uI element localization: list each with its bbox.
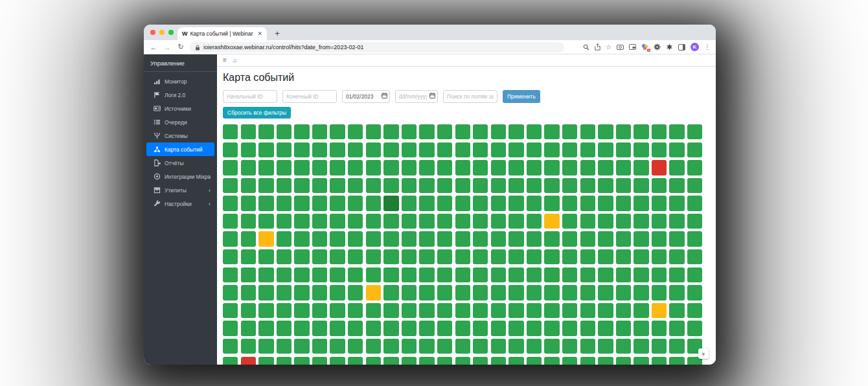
event-cell[interactable] [669,321,684,335]
sidebar-item-systems[interactable]: Системы [146,129,214,142]
event-cell[interactable] [669,124,684,139]
event-cell[interactable] [312,142,327,157]
event-cell[interactable] [634,357,648,365]
event-cell[interactable] [598,231,613,246]
event-cell[interactable] [562,357,577,365]
event-cell[interactable] [294,303,309,318]
event-cell[interactable] [544,321,559,335]
event-cell[interactable] [241,267,256,282]
event-cell[interactable] [580,339,595,354]
event-cell[interactable] [669,249,684,264]
event-cell[interactable] [277,160,291,175]
event-cell[interactable] [294,214,309,229]
sidebar-item-settings[interactable]: Настройки ‹ [146,197,214,210]
event-cell[interactable] [634,267,648,282]
event-cell[interactable] [312,303,327,318]
event-cell[interactable] [580,267,595,282]
event-cell[interactable] [383,303,398,318]
event-cell[interactable] [241,214,256,229]
event-cell[interactable] [544,214,559,229]
event-cell[interactable] [312,124,327,139]
event-cell[interactable] [508,124,523,139]
search-query-input[interactable] [443,90,497,103]
event-cell[interactable] [330,142,345,157]
event-cell[interactable] [580,196,595,210]
event-cell[interactable] [687,231,702,246]
event-cell[interactable] [616,178,631,193]
event-cell[interactable] [455,160,470,175]
minimize-window-button[interactable] [159,30,165,35]
event-cell[interactable] [527,214,542,229]
sidebar-item-sources[interactable]: Источники [146,102,214,115]
event-cell[interactable] [580,160,595,175]
event-cell[interactable] [330,178,345,193]
event-cell[interactable] [383,142,398,157]
event-cell[interactable] [241,124,256,139]
event-cell[interactable] [580,178,595,193]
event-cell[interactable] [634,303,648,318]
event-cell[interactable] [402,267,417,282]
calendar-icon[interactable] [429,93,435,98]
event-cell[interactable] [687,267,702,282]
event-cell[interactable] [580,249,595,264]
event-cell[interactable] [223,357,238,365]
event-cell[interactable] [419,321,434,335]
scroll-down-button[interactable]: » [698,348,709,359]
event-cell[interactable] [258,214,273,229]
event-cell[interactable] [258,303,273,318]
event-cell[interactable] [527,249,542,264]
event-cell[interactable] [652,339,667,354]
event-cell[interactable] [669,214,684,229]
event-cell[interactable] [544,196,559,210]
event-cell[interactable] [241,285,256,300]
event-cell[interactable] [527,142,542,157]
event-cell[interactable] [419,142,434,157]
event-cell[interactable] [419,267,434,282]
event-cell[interactable] [616,214,631,229]
event-cell[interactable] [562,142,577,157]
event-cell[interactable] [598,196,613,210]
zoom-window-button[interactable] [168,30,174,35]
event-cell[interactable] [562,249,577,264]
event-cell[interactable] [419,249,434,264]
event-cell[interactable] [277,249,291,264]
event-cell[interactable] [277,357,291,365]
reload-icon[interactable]: ↻ [176,43,185,51]
event-cell[interactable] [598,160,613,175]
event-cell[interactable] [312,357,327,365]
event-cell[interactable] [366,142,381,157]
event-cell[interactable] [277,303,291,318]
event-cell[interactable] [544,285,559,300]
event-cell[interactable] [508,267,523,282]
event-cell[interactable] [455,249,470,264]
event-cell[interactable] [366,267,381,282]
event-cell[interactable] [277,231,291,246]
event-cell[interactable] [491,357,506,365]
event-cell[interactable] [634,178,648,193]
event-cell[interactable] [562,178,577,193]
close-window-button[interactable] [150,30,155,35]
event-cell[interactable] [491,160,506,175]
event-cell[interactable] [294,249,309,264]
event-cell[interactable] [277,196,291,210]
event-cell[interactable] [383,160,398,175]
event-cell[interactable] [527,178,542,193]
event-cell[interactable] [473,231,488,246]
event-cell[interactable] [580,285,595,300]
event-cell[interactable] [402,249,417,264]
event-cell[interactable] [669,231,684,246]
event-cell[interactable] [455,231,470,246]
event-cell[interactable] [366,178,381,193]
event-cell[interactable] [508,160,523,175]
event-cell[interactable] [598,214,613,229]
event-cell[interactable] [580,124,595,139]
event-cell[interactable] [366,196,381,210]
event-cell[interactable] [223,142,238,157]
event-cell[interactable] [437,178,452,193]
event-cell[interactable] [473,124,488,139]
event-cell[interactable] [437,357,452,365]
event-cell[interactable] [580,357,595,365]
event-cell[interactable] [330,231,345,246]
event-cell[interactable] [241,357,256,365]
browser-menu-icon[interactable]: ⋮ [704,43,711,51]
